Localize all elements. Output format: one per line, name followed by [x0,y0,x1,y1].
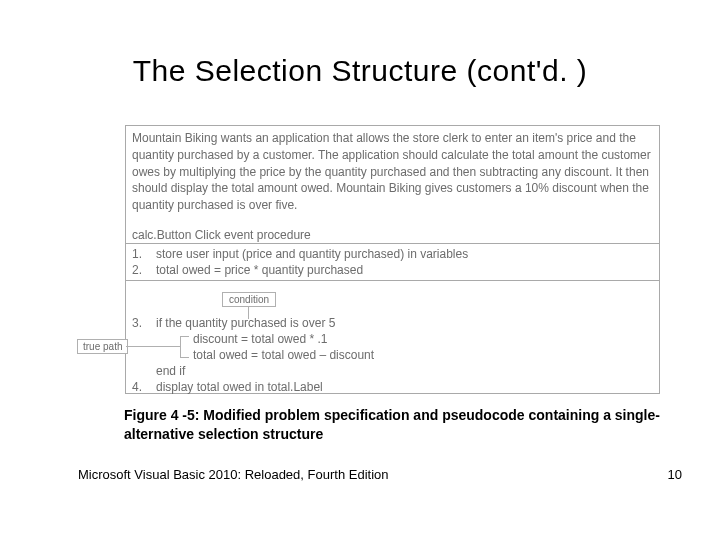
pseudocode-endif: end if [156,364,185,378]
footer-text: Microsoft Visual Basic 2010: Reloaded, F… [78,467,388,482]
condition-label: condition [222,292,276,307]
step-text: display total owed in total.Label [156,380,323,394]
figure-caption: Figure 4 -5: Modified problem specificat… [124,406,664,444]
slide-title: The Selection Structure (cont'd. ) [0,54,720,88]
pseudocode-step-1: 1.store user input (price and quantity p… [132,247,468,261]
true-path-connector [126,346,180,347]
pseudocode-step-2: 2.total owed = price * quantity purchase… [132,263,363,277]
step-text: total owed = price * quantity purchased [156,263,363,277]
step-number: 2. [132,263,156,277]
pseudocode-step-3b: discount = total owed * .1 [193,332,327,346]
step-text: if the quantity purchased is over 5 [156,316,335,330]
problem-specification: Mountain Biking wants an application tha… [132,130,652,214]
step-text: store user input (price and quantity pur… [156,247,468,261]
step-number: 4. [132,380,156,394]
step-number: 1. [132,247,156,261]
slide-number: 10 [668,467,682,482]
divider-1 [126,243,659,244]
divider-2 [126,280,659,281]
slide: The Selection Structure (cont'd. ) Mount… [0,0,720,540]
step-number: 3. [132,316,156,330]
pseudocode-step-3: 3.if the quantity purchased is over 5 [132,316,335,330]
true-path-bracket [180,336,189,358]
pseudocode-step-4: 4.display total owed in total.Label [132,380,323,394]
pseudocode-step-3c: total owed = total owed – discount [193,348,374,362]
true-path-label: true path [77,339,128,354]
procedure-title: calc.Button Click event procedure [132,228,311,242]
